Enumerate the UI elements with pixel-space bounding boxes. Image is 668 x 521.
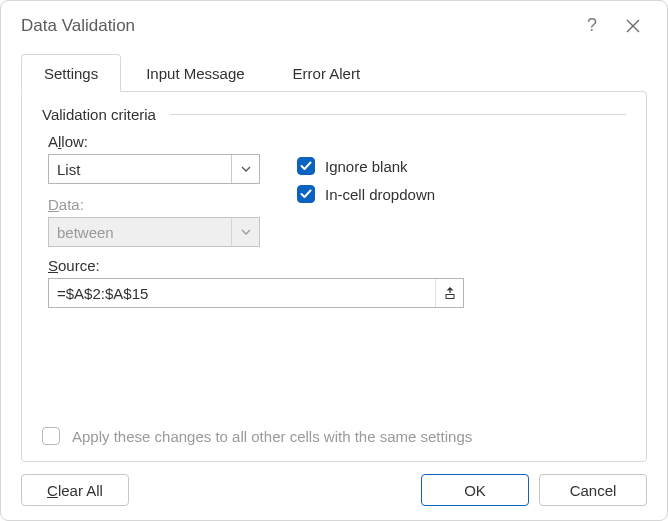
apply-changes-label: Apply these changes to all other cells w… [72, 428, 472, 445]
data-select: between [48, 217, 260, 247]
cancel-button[interactable]: Cancel [539, 474, 647, 506]
settings-panel: Validation criteria Allow: List D [21, 91, 647, 462]
allow-label: Allow: [48, 133, 267, 150]
criteria-row: Allow: List Data: between [42, 133, 626, 247]
source-label: Source: [48, 257, 626, 274]
criteria-left: Allow: List Data: between [42, 133, 267, 247]
source-block: Source: =$A$2:$A$15 [42, 257, 626, 308]
in-cell-dropdown-checkbox[interactable]: In-cell dropdown [297, 185, 435, 203]
criteria-label: Validation criteria [42, 106, 164, 123]
checkbox-unchecked-icon [42, 427, 60, 445]
ignore-blank-checkbox[interactable]: Ignore blank [297, 157, 435, 175]
clear-all-button[interactable]: Clear All [21, 474, 129, 506]
checkbox-checked-icon [297, 185, 315, 203]
source-input[interactable]: =$A$2:$A$15 [48, 278, 464, 308]
apply-changes-checkbox: Apply these changes to all other cells w… [42, 427, 472, 445]
data-dropdown-button [231, 218, 259, 246]
tab-input-message[interactable]: Input Message [123, 54, 267, 91]
data-value: between [49, 224, 231, 241]
help-button[interactable]: ? [577, 11, 607, 40]
source-value: =$A$2:$A$15 [49, 285, 435, 302]
chevron-down-icon [241, 166, 251, 172]
close-icon [625, 18, 641, 34]
check-icon [300, 161, 312, 171]
close-button[interactable] [617, 14, 649, 38]
tabs: Settings Input Message Error Alert [21, 54, 647, 91]
chevron-down-icon [241, 229, 251, 235]
checkbox-checked-icon [297, 157, 315, 175]
allow-select[interactable]: List [48, 154, 260, 184]
ignore-blank-label: Ignore blank [325, 158, 408, 175]
dialog-body: Settings Input Message Error Alert Valid… [1, 50, 667, 520]
ok-button[interactable]: OK [421, 474, 529, 506]
in-cell-dropdown-label: In-cell dropdown [325, 186, 435, 203]
dialog-title: Data Validation [21, 16, 577, 36]
tab-settings[interactable]: Settings [21, 54, 121, 92]
range-picker-icon [443, 286, 457, 300]
criteria-right: Ignore blank In-cell dropdown [267, 133, 435, 213]
data-label: Data: [48, 196, 267, 213]
data-validation-dialog: Data Validation ? Settings Input Message… [0, 0, 668, 521]
titlebar: Data Validation ? [1, 1, 667, 50]
check-icon [300, 189, 312, 199]
criteria-heading: Validation criteria [42, 106, 626, 123]
svg-rect-0 [446, 295, 454, 299]
allow-dropdown-button[interactable] [231, 155, 259, 183]
allow-value: List [49, 161, 231, 178]
tab-error-alert[interactable]: Error Alert [270, 54, 384, 91]
range-picker-button[interactable] [435, 279, 463, 307]
criteria-divider [170, 114, 626, 115]
dialog-buttons: Clear All OK Cancel [21, 462, 647, 506]
